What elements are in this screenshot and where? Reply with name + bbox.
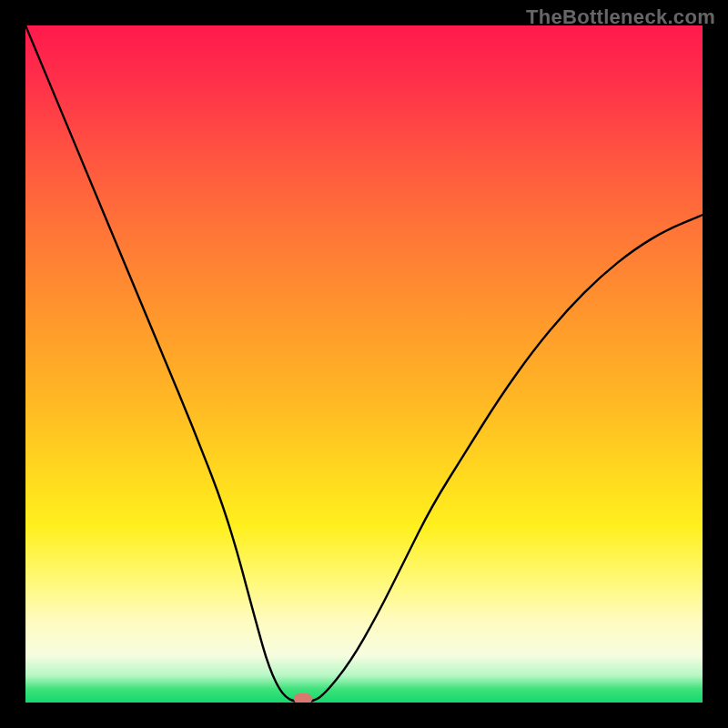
optimal-point-marker <box>294 693 312 703</box>
watermark-text: TheBottleneck.com <box>526 5 715 29</box>
bottleneck-curve <box>25 25 703 703</box>
plot-area <box>25 25 703 703</box>
chart-frame: TheBottleneck.com <box>0 0 728 728</box>
